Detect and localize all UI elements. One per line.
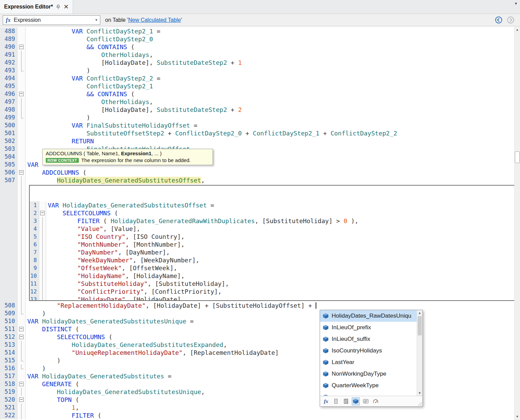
- code-line[interactable]: 496 && CONTAINS (: [0, 90, 520, 98]
- autocomplete-item[interactable]: NonWorkingDayType: [320, 368, 422, 380]
- autocomplete-item[interactable]: LastYear: [320, 357, 422, 368]
- code-line[interactable]: 492 [HolidayDate], SubstituteDateStep2 +…: [0, 59, 520, 67]
- code-line[interactable]: 516 ): [0, 364, 520, 372]
- autocomplete-item[interactable]: HolidayDates_RawDatesUniqu: [320, 310, 422, 322]
- code-text: "HolidayName", [HolidayName],: [46, 272, 185, 280]
- fold-collapse-icon[interactable]: [19, 382, 24, 386]
- code-line[interactable]: 519 HolidayDates_GeneratedSubstitutesUni…: [0, 388, 520, 396]
- code-line[interactable]: 493 ): [0, 67, 520, 74]
- code-line[interactable]: 510VAR HolidayDates_GeneratedSubstitutes…: [0, 317, 520, 325]
- gauge-icon[interactable]: [372, 398, 379, 405]
- autocomplete-item[interactable]: IsoCountryHolidays: [320, 345, 422, 357]
- code-line[interactable]: 495 ConflictDayStep2_1: [0, 82, 520, 90]
- document-tab[interactable]: Expression Editor* ✕: [0, 0, 73, 14]
- code-line[interactable]: 490 && CONTAINS (: [0, 43, 520, 51]
- code-line[interactable]: 4 "Value", [Value],: [30, 225, 516, 233]
- fold-collapse-icon[interactable]: [19, 45, 24, 49]
- fx-icon[interactable]: fx: [322, 398, 330, 405]
- fold-collapse-icon[interactable]: [19, 335, 24, 339]
- code-line[interactable]: 522 FILTER (: [0, 411, 520, 419]
- code-line[interactable]: 3 FILTER ( HolidayDates_GeneratedRawWith…: [30, 217, 516, 225]
- back-button[interactable]: [495, 16, 503, 24]
- code-line[interactable]: 10 "HolidayName", [HolidayName],: [30, 272, 516, 280]
- fold-guide: [17, 82, 26, 90]
- editor-scrollbar[interactable]: ▲ ▼: [514, 27, 520, 420]
- scrollbar-thumb[interactable]: [515, 151, 520, 163]
- chevron-down-icon[interactable]: ▾: [515, 1, 517, 6]
- code-line[interactable]: 500 VAR FinalSubstituteHolidayOffset =: [0, 121, 520, 129]
- fold-collapse-icon[interactable]: [19, 92, 24, 96]
- code-line[interactable]: 514 "UniuqeReplacementHolidayDate", [Rep…: [0, 349, 520, 357]
- fields-icon[interactable]: [332, 398, 340, 405]
- code-line[interactable]: 512 SELECTCOLUMNS (: [0, 333, 520, 341]
- fold-guide: [17, 129, 26, 137]
- code-line[interactable]: 509 ): [0, 309, 520, 317]
- table-icon[interactable]: [352, 398, 359, 405]
- code-line[interactable]: 2 SELECTCOLUMNS (: [30, 209, 516, 217]
- autocomplete-item[interactable]: InLieuOf_prefix: [320, 322, 422, 333]
- code-line[interactable]: 7 "DayNumber", [DayNumber],: [30, 248, 516, 256]
- code-line[interactable]: 9 "OffsetWeek", [OffsetWeek],: [30, 264, 516, 272]
- code-line[interactable]: 520 TOPN (: [0, 396, 520, 404]
- scrollbar-thumb[interactable]: [418, 316, 422, 335]
- code-line[interactable]: 515 ): [0, 357, 520, 364]
- code-line[interactable]: 494 VAR ConflictDayStep2_2 =: [0, 74, 520, 82]
- autocomplete-scrollbar[interactable]: ▲ ▼: [417, 310, 422, 396]
- code-text: OtherHolidays,: [26, 98, 153, 106]
- code-line[interactable]: 497 OtherHolidays,: [0, 98, 520, 106]
- code-line[interactable]: 498 [HolidayDate], SubstituteDateStep2 +…: [0, 106, 520, 114]
- code-lines-bottom: 508 "ReplacementHolidayDate", [HolidayDa…: [0, 302, 520, 419]
- scroll-down-icon[interactable]: ▼: [417, 390, 422, 396]
- autocomplete-popup: HolidayDates_RawDatesUniquInLieuOf_prefi…: [320, 310, 423, 407]
- table-link[interactable]: New Calculated Table: [128, 17, 181, 23]
- fold-guide: [17, 35, 26, 43]
- code-line[interactable]: 491 OtherHolidays,: [0, 51, 520, 59]
- close-icon[interactable]: ✕: [63, 4, 69, 10]
- scroll-down-icon[interactable]: ▼: [515, 414, 520, 420]
- fold-collapse-icon[interactable]: [19, 170, 24, 175]
- code-line[interactable]: 499 ): [0, 114, 520, 121]
- code-line[interactable]: 506 ADDCOLUMNS (: [0, 169, 520, 176]
- peek-definition-editor[interactable]: 1VAR HolidayDates_GeneratedSubstitutesOf…: [29, 185, 517, 301]
- code-line[interactable]: 517VAR HolidayDates_GeneratedSubstitutes…: [0, 372, 520, 380]
- line-number: 502: [0, 137, 17, 145]
- fold-collapse-icon[interactable]: [19, 327, 24, 331]
- resize-grip-icon[interactable]: [418, 402, 422, 406]
- code-line[interactable]: 12 "ConflictPriority", [ConflictPriority…: [30, 288, 516, 295]
- forward-button[interactable]: [507, 16, 515, 24]
- line-number: 6: [30, 241, 39, 248]
- fold-margin: [17, 169, 26, 176]
- fold-guide: [17, 388, 26, 396]
- calculator-icon[interactable]: [342, 398, 349, 405]
- autocomplete-item[interactable]: [320, 391, 422, 396]
- details-icon[interactable]: [362, 398, 369, 405]
- code-line[interactable]: 518 GENERATE (: [0, 380, 520, 388]
- line-number: 505: [0, 161, 17, 169]
- code-line[interactable]: 511 DISTINCT (: [0, 325, 520, 333]
- code-line[interactable]: 507 HolidayDates_GeneratedSubstitutesOff…: [0, 176, 520, 184]
- scroll-up-icon[interactable]: ▲: [417, 310, 422, 316]
- expression-selector[interactable]: fx Expression ▾: [3, 15, 100, 25]
- code-line[interactable]: 8 "WeekDayNumber", [WeekDayNumber],: [30, 256, 516, 264]
- code-line[interactable]: 521 1,: [0, 404, 520, 411]
- autocomplete-item[interactable]: QuarterWeekType: [320, 380, 422, 391]
- fold-collapse-icon[interactable]: [40, 211, 45, 215]
- code-line[interactable]: 489 ConflictDayStep2_0: [0, 35, 520, 43]
- code-line[interactable]: 488 VAR ConflictDayStep2_1 =: [0, 27, 520, 35]
- code-line[interactable]: 513 HolidayDates_GeneratedSubstitutesExp…: [0, 341, 520, 349]
- code-line[interactable]: 508 "ReplacementHolidayDate", [HolidayDa…: [0, 302, 520, 309]
- autocomplete-item[interactable]: InLieuOf_suffix: [320, 333, 422, 345]
- code-text: VAR ConflictDayStep2_1 =: [26, 27, 160, 35]
- scroll-up-icon[interactable]: ▲: [515, 27, 520, 33]
- code-line[interactable]: 502 RETURN: [0, 137, 520, 145]
- code-line[interactable]: 501 SubstituteOffsetStep2 + ConflictDayS…: [0, 129, 520, 137]
- code-line[interactable]: 1VAR HolidayDates_GeneratedSubstitutesOf…: [30, 201, 516, 209]
- line-number: 516: [0, 364, 17, 372]
- pin-icon[interactable]: [56, 4, 60, 10]
- code-line[interactable]: 5 "ISO Country", [ISO Country],: [30, 233, 516, 241]
- code-editor[interactable]: 488 VAR ConflictDayStep2_1 =489 Conflict…: [0, 27, 520, 420]
- fold-collapse-icon[interactable]: [19, 397, 24, 402]
- code-line[interactable]: 6 "MonthNumber", [MonthNumber],: [30, 241, 516, 248]
- code-line[interactable]: 11 "SubstituteHoliday", [SubstituteHolid…: [30, 280, 516, 288]
- code-line[interactable]: 13 "HolidayDate", [HolidayDate],: [30, 295, 516, 301]
